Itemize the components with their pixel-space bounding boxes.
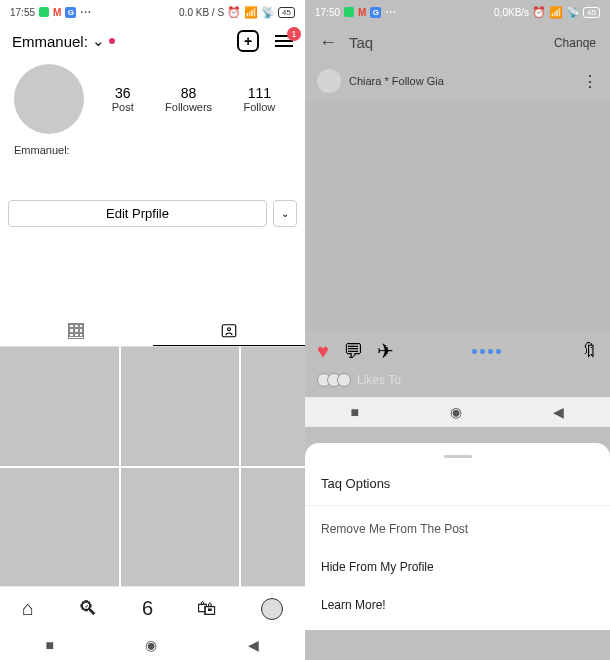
like-button[interactable]: ♥ (317, 340, 329, 363)
grid-photo[interactable] (0, 347, 119, 466)
followers-stat[interactable]: 88 Followers (165, 85, 212, 113)
grid-photo[interactable] (121, 468, 240, 587)
screen-header: ← Taq Chanqe (305, 24, 610, 61)
home-icon[interactable]: ⌂ (22, 597, 34, 620)
post-avatar[interactable] (317, 69, 341, 93)
grid-tab[interactable] (0, 315, 153, 346)
edit-profile-button[interactable]: Edit Prpfile (8, 200, 267, 227)
posts-stat[interactable]: 36 Post (112, 85, 134, 113)
data-rate: 0,0KB/s (494, 7, 529, 18)
whatsapp-icon (344, 7, 354, 17)
post-user-row: Chiara * Follow Gia ⋮ (305, 61, 610, 101)
status-bar: 17:55 M G ··· 0.0 KB / S ⏰ 📶 📡 45 (0, 0, 305, 24)
back-key[interactable]: ◀ (248, 637, 259, 653)
profile-stats-row: 36 Post 88 Followers 111 Follow (0, 58, 305, 140)
post-image[interactable] (305, 101, 610, 331)
remove-from-post-option[interactable]: Remove Me From The Post (305, 510, 610, 548)
share-button[interactable]: ✈︎ (377, 339, 394, 363)
tagged-icon (220, 321, 238, 339)
likes-text: Likes To (357, 373, 401, 387)
hide-from-profile-option[interactable]: Hide From My Profile (305, 548, 610, 586)
new-indicator-icon (109, 38, 115, 44)
system-nav: ■ ◉ ◀ (305, 397, 610, 427)
whatsapp-icon (39, 7, 49, 17)
bottom-nav: ⌂ 🔍︎ 6 🛍︎ (0, 586, 305, 630)
tagged-tab[interactable] (153, 315, 306, 346)
post-username[interactable]: Chiara * Follow Gia (349, 75, 444, 87)
status-time: 17:50 (315, 7, 340, 18)
search-icon[interactable]: 🔍︎ (78, 597, 98, 620)
home-key[interactable]: ◉ (450, 404, 462, 420)
following-stat[interactable]: 111 Follow (243, 85, 275, 113)
save-button[interactable]: 🔖︎ (580, 341, 598, 362)
header-title: Taq (349, 34, 373, 51)
back-key[interactable]: ◀ (553, 404, 564, 420)
profile-nav-icon[interactable] (261, 598, 283, 620)
learn-more-option[interactable]: Learn More! (305, 586, 610, 624)
bottom-sheet: Taq Options Remove Me From The Post Hide… (305, 443, 610, 630)
comment-button[interactable]: 💬︎ (343, 340, 363, 363)
data-rate: 0.0 KB / S (179, 7, 224, 18)
status-bar: 17:50 M G ··· 0,0KB/s ⏰ 📶 📡 45 (305, 0, 610, 24)
signal-icon: 📶 (244, 6, 258, 19)
alarm-icon: ⏰ (532, 6, 546, 19)
sheet-title: Taq Options (305, 472, 610, 505)
battery-icon: 45 (583, 7, 600, 18)
suggested-users-button[interactable]: ⌄ (273, 200, 297, 227)
back-button[interactable]: ← (319, 32, 337, 53)
home-key[interactable]: ◉ (145, 637, 157, 653)
recent-apps-key[interactable]: ■ (351, 404, 359, 420)
gmail-icon: M (53, 7, 61, 18)
alarm-icon: ⏰ (227, 6, 241, 19)
change-button[interactable]: Chanqe (554, 36, 596, 50)
more-notif-icon: ··· (80, 7, 91, 18)
reels-icon[interactable]: 6 (142, 597, 153, 620)
svg-point-1 (227, 328, 230, 331)
post-menu-button[interactable]: ⋮ (582, 72, 598, 91)
avatar[interactable] (14, 64, 84, 134)
display-name: Emmanuel: (0, 140, 305, 160)
battery-icon: 45 (278, 7, 295, 18)
google-icon: G (370, 7, 381, 18)
signal-icon: 📶 (549, 6, 563, 19)
username: Emmanuel: (12, 33, 88, 50)
create-button[interactable]: + (237, 30, 259, 52)
notification-badge: 1 (287, 27, 301, 41)
system-nav: ■ ◉ ◀ (0, 630, 305, 660)
likes-row[interactable]: Likes To (305, 371, 610, 397)
photo-grid (0, 347, 305, 586)
grid-icon (68, 323, 84, 339)
sheet-handle[interactable] (444, 455, 472, 458)
google-icon: G (65, 7, 76, 18)
grid-photo[interactable] (0, 468, 119, 587)
post-actions: ♥ 💬︎ ✈︎ 🔖︎ (305, 331, 610, 371)
carousel-indicator (472, 349, 501, 354)
gmail-icon: M (358, 7, 366, 18)
account-switcher[interactable]: Emmanuel: ⌄ (12, 32, 115, 50)
chevron-down-icon: ⌄ (92, 32, 105, 50)
liker-avatars (317, 373, 351, 387)
grid-photo[interactable] (121, 347, 240, 466)
recent-apps-key[interactable]: ■ (46, 637, 54, 653)
more-notif-icon: ··· (385, 7, 396, 18)
status-time: 17:55 (10, 7, 35, 18)
shop-icon[interactable]: 🛍︎ (197, 597, 217, 620)
menu-button[interactable]: 1 (275, 35, 293, 47)
wifi-icon: 📡 (261, 6, 275, 19)
profile-header: Emmanuel: ⌄ + 1 (0, 24, 305, 58)
wifi-icon: 📡 (566, 6, 580, 19)
